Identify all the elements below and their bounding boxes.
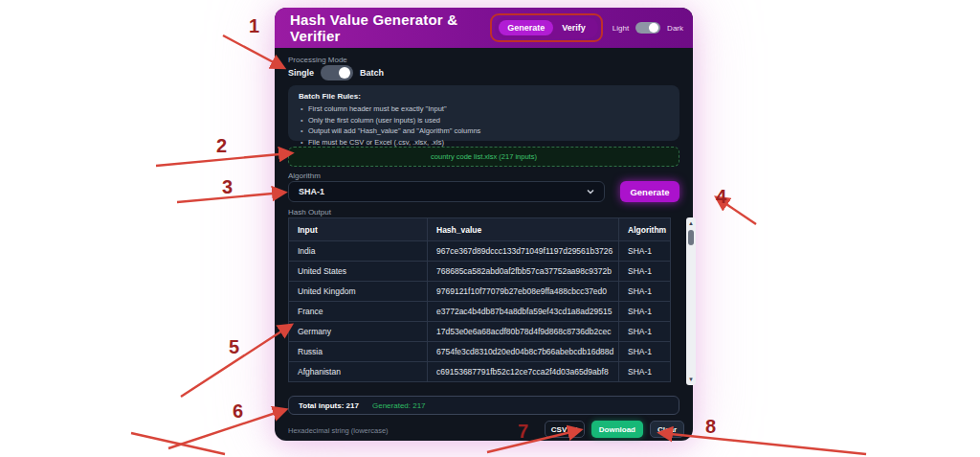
batch-rule: First column header must be exactly "Inp… — [299, 103, 669, 115]
column-header-hash-value: Hash_value — [428, 218, 619, 241]
export-format-select[interactable]: CSV — [545, 421, 585, 438]
cell-input: Russia — [289, 342, 428, 362]
algorithm-select[interactable]: SHA-1 — [288, 181, 605, 202]
cell-hash: 967ce367d89dccc133d71049f1197d29561b3726 — [428, 241, 619, 262]
scrollbar-up-icon[interactable]: ▲ — [686, 218, 696, 228]
tab-generate[interactable]: Generate — [499, 20, 553, 35]
chevron-down-icon — [587, 188, 594, 195]
clear-button[interactable]: Clear — [650, 421, 684, 438]
algorithm-label: Algorithm — [288, 171, 321, 180]
table-row: United States 768685ca582abd0af2fbb57ca3… — [289, 262, 671, 282]
cell-algorithm: SHA-1 — [619, 282, 671, 302]
annotation-number-2: 2 — [216, 135, 227, 157]
hex-note-text: Hexadecimal string (lowercase) — [288, 426, 389, 435]
screen: Hash Value Generator & Verifier Generate… — [0, 0, 980, 457]
annotation-number-6: 6 — [233, 400, 243, 423]
file-upload-status[interactable]: country code list.xlsx (217 inputs) — [288, 147, 679, 167]
batch-rules-list: First column header must be exactly "Inp… — [299, 103, 669, 148]
theme-toggle-knob — [649, 23, 658, 33]
chevron-down-icon — [570, 425, 578, 433]
table-row: France e3772ac4b4db87b4a8dbfa59ef43cd1a8… — [289, 302, 671, 322]
algorithm-row: SHA-1 Generate — [288, 181, 679, 202]
total-inputs-text: Total inputs: 217 — [299, 401, 359, 410]
algorithm-selected-value: SHA-1 — [299, 187, 324, 196]
table-row: Russia 6754fe3cd8310d20ed04b8c7b66abebcd… — [289, 342, 671, 362]
generated-count-text: Generated: 217 — [372, 401, 426, 410]
table-row: India 967ce367d89dccc133d71049f1197d2956… — [289, 241, 671, 262]
single-batch-toggle-knob — [339, 67, 350, 79]
app-header: Hash Value Generator & Verifier Generate… — [275, 8, 693, 48]
mode-tab-group: Generate Verify — [495, 17, 598, 38]
column-header-input: Input — [289, 218, 428, 241]
cell-algorithm: SHA-1 — [619, 362, 671, 382]
cell-input: Germany — [289, 322, 428, 342]
table-scrollbar[interactable]: ▲ ▼ — [686, 217, 696, 385]
cell-algorithm: SHA-1 — [619, 302, 671, 322]
hash-output-label: Hash Output — [288, 208, 331, 217]
column-header-algorithm: Algorithm — [619, 218, 671, 241]
cell-hash: 9769121f10f77079b27eb08e9ffa488cbcc37ed0 — [428, 282, 619, 302]
cell-algorithm: SHA-1 — [619, 342, 671, 362]
annotation-number-4: 4 — [716, 186, 726, 208]
header-controls: Generate Verify Light Dark — [495, 17, 683, 38]
table-header-row: Input Hash_value Algorithm — [289, 218, 671, 241]
hash-generator-card: Hash Value Generator & Verifier Generate… — [275, 8, 693, 441]
hash-output-table: Input Hash_value Algorithm India 967ce36… — [288, 217, 670, 385]
cell-input: United States — [289, 262, 428, 282]
cell-algorithm: SHA-1 — [619, 322, 671, 342]
cell-input: India — [289, 241, 428, 262]
totals-summary-box: Total inputs: 217 Generated: 217 — [288, 396, 679, 415]
app-title: Hash Value Generator & Verifier — [290, 11, 495, 44]
annotation-number-1: 1 — [249, 15, 259, 37]
cell-input: United Kingdom — [289, 282, 428, 302]
processing-mode-row: Single Batch — [288, 65, 384, 80]
cell-input: Afghanistan — [289, 362, 428, 382]
cell-hash: 6754fe3cd8310d20ed04b8c7b66abebcdb16d88d — [428, 342, 619, 362]
scrollbar-down-icon[interactable]: ▼ — [686, 375, 696, 384]
annotation-number-3: 3 — [222, 176, 233, 198]
footer-actions: CSV Download Clear — [545, 421, 684, 438]
table-row: Afghanistan c69153687791fb52c12ce7cca2f4… — [289, 362, 671, 382]
cell-hash: e3772ac4b4db87b4a8dbfa59ef43cd1a8ad29515 — [428, 302, 619, 322]
cell-algorithm: SHA-1 — [619, 262, 671, 282]
table-row: Germany 17d53e0e6a68acdf80b78d4f9d868c87… — [289, 322, 671, 342]
cell-hash: 17d53e0e6a68acdf80b78d4f9d868c8736db2cec — [428, 322, 619, 342]
processing-mode-label: Processing Mode — [288, 56, 347, 64]
download-button[interactable]: Download — [591, 421, 643, 438]
cell-input: France — [289, 302, 428, 322]
single-label: Single — [288, 68, 314, 78]
theme-toggle[interactable] — [635, 22, 660, 34]
scrollbar-thumb[interactable] — [688, 230, 694, 245]
single-batch-toggle[interactable] — [321, 65, 353, 80]
batch-rules-panel: Batch File Rules: First column header mu… — [288, 85, 679, 141]
dark-label: Dark — [667, 24, 683, 33]
annotation-number-8: 8 — [705, 416, 716, 438]
annotation-number-5: 5 — [229, 336, 239, 358]
batch-label: Batch — [360, 68, 384, 78]
export-format-value: CSV — [551, 425, 567, 434]
table-row: United Kingdom 9769121f10f77079b27eb08e9… — [289, 282, 671, 302]
file-upload-status-text: country code list.xlsx (217 inputs) — [431, 152, 537, 161]
tab-verify[interactable]: Verify — [553, 20, 594, 35]
cell-hash: c69153687791fb52c12ce7cca2f4d03a65d9abf8 — [428, 362, 619, 382]
generate-button[interactable]: Generate — [620, 181, 679, 202]
cell-hash: 768685ca582abd0af2fbb57ca37752aa98c9372b — [428, 262, 619, 282]
light-label: Light — [612, 24, 629, 33]
batch-rules-title: Batch File Rules: — [299, 92, 669, 101]
batch-rule: Only the first column (user inputs) is u… — [299, 115, 669, 126]
cell-algorithm: SHA-1 — [619, 241, 671, 262]
batch-rule: Output will add "Hash_value" and "Algori… — [299, 126, 669, 137]
